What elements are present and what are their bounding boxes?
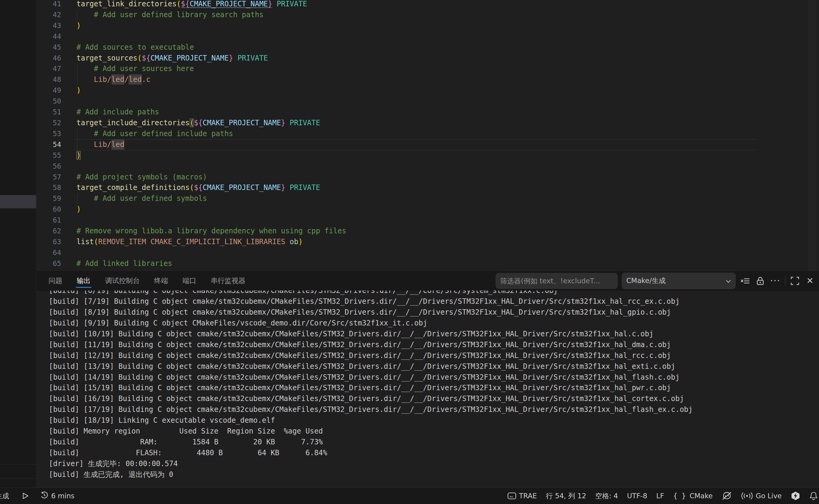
line-number[interactable]: 45 [36,42,61,53]
close-panel-icon[interactable]: ✕ [805,275,815,286]
code-line-52[interactable]: 52target_include_directories(${CMAKE_PRO… [36,118,819,129]
code-text[interactable]: # Add project symbols (macros) [76,172,207,183]
line-number[interactable]: 65 [36,258,61,269]
status-item-trae[interactable]: TRAE [507,492,537,500]
code-text[interactable]: ) [76,204,81,215]
code-text[interactable]: ) [76,20,81,31]
code-text[interactable]: Lib/led/led.c [76,74,151,85]
status-item-notifications[interactable] [809,491,818,500]
code-text[interactable]: target_include_directories(${CMAKE_PROJE… [76,118,320,129]
code-line-41[interactable]: 41target_link_directories(${CMAKE_PROJEC… [36,0,819,10]
line-number[interactable]: 61 [36,215,61,226]
line-number[interactable]: 63 [36,237,61,247]
line-number[interactable]: 49 [36,85,61,96]
code-text[interactable]: # Add user defined include paths [76,129,233,139]
line-number[interactable]: 54 [36,139,61,150]
status-item-language-mode[interactable]: { }CMake [673,492,713,500]
code-line-65[interactable]: 65# Add linked libraries [36,258,819,269]
lock-auto-scroll-icon[interactable] [755,275,766,286]
code-text[interactable]: target_sources(${CMAKE_PROJECT_NAME} PRI… [76,53,268,64]
code-line-58[interactable]: 58target_compile_definitions(${CMAKE_PRO… [36,182,819,193]
code-line-49[interactable]: 49) [36,85,819,96]
code-line-56[interactable]: 56 [36,161,819,172]
code-text[interactable]: target_compile_definitions(${CMAKE_PROJE… [76,182,320,193]
code-text[interactable]: list(REMOVE_ITEM CMAKE_C_IMPLICIT_LINK_L… [76,237,303,247]
line-number[interactable]: 57 [36,172,61,183]
code-text[interactable]: target_link_directories(${CMAKE_PROJECT_… [76,0,307,10]
code-text[interactable]: # Add user defined symbols [76,193,207,204]
code-text[interactable]: Lib/led [76,139,124,150]
line-number[interactable]: 52 [36,118,61,129]
panel-tab-problems[interactable]: 问题 [48,271,62,291]
code-editor[interactable]: 41target_link_directories(${CMAKE_PROJEC… [36,0,819,270]
status-item-indentation[interactable]: 空格: 4 [595,491,618,501]
panel-tab-terminal[interactable]: 终端 [154,271,168,291]
panel-tab-ports[interactable]: 端口 [182,271,196,291]
status-item-extension-badge[interactable] [791,491,800,501]
code-text[interactable]: ) [76,150,81,161]
status-item-eol[interactable]: LF [656,492,664,500]
maximize-panel-icon[interactable] [789,275,800,286]
code-line-54[interactable]: 54 Lib/led [36,139,819,150]
panel-tab-output[interactable]: 输出 [77,271,91,291]
output-view[interactable]: [build] [6/19] Building C object cmake/s… [36,291,819,486]
line-number[interactable]: 56 [36,161,61,172]
line-number[interactable]: 48 [36,74,61,85]
line-number[interactable]: 46 [36,53,61,64]
panel-tab-serial-monitor[interactable]: 串行监视器 [211,271,245,291]
clear-output-icon[interactable] [740,275,751,286]
code-line-63[interactable]: 63list(REMOVE_ITEM CMAKE_C_IMPLICIT_LINK… [36,237,819,247]
code-text[interactable]: # Add include paths [76,107,159,118]
code-line-45[interactable]: 45# Add sources to executable [36,42,819,53]
status-item-cursor-position[interactable]: 行 54, 列 12 [546,491,586,501]
line-number[interactable]: 55 [36,150,61,161]
line-number[interactable]: 53 [36,129,61,139]
code-text[interactable]: ) [76,85,81,96]
line-number[interactable]: 43 [36,20,61,31]
line-number[interactable]: 59 [36,193,61,204]
line-number[interactable]: 51 [36,107,61,118]
code-text[interactable]: # Add user sources here [76,64,194,74]
line-number[interactable]: 64 [36,247,61,258]
more-actions-icon[interactable]: ··· [770,275,781,286]
code-line-62[interactable]: 62# Remove wrong libob.a library depende… [36,226,819,237]
code-line-48[interactable]: 48 Lib/led/led.c [36,74,819,85]
line-number[interactable]: 47 [36,64,61,74]
code-line-53[interactable]: 53 # Add user defined include paths [36,129,819,139]
line-number[interactable]: 50 [36,96,61,107]
status-item-copilot-disabled[interactable] [722,491,732,500]
run-icon[interactable] [21,492,29,500]
code-line-42[interactable]: 42 # Add user defined library search pat… [36,10,819,20]
output-filter-input[interactable] [496,273,618,289]
status-item-go-live[interactable]: Go Live [741,492,782,500]
code-text[interactable]: # Remove wrong libob.a library dependenc… [76,226,346,237]
line-number[interactable]: 42 [36,10,61,20]
line-number[interactable]: 62 [36,226,61,237]
output-channel-select[interactable]: CMake/生成 [622,273,736,289]
scrollbar-thumb[interactable] [0,195,36,208]
code-line-59[interactable]: 59 # Add user defined symbols [36,193,819,204]
code-line-50[interactable]: 50 [36,96,819,107]
code-line-60[interactable]: 60) [36,204,819,215]
line-number[interactable]: 44 [36,31,61,42]
code-line-44[interactable]: 44 [36,31,819,42]
code-line-47[interactable]: 47 # Add user sources here [36,64,819,74]
code-line-61[interactable]: 61 [36,215,819,226]
minimap[interactable] [808,0,817,270]
line-number[interactable]: 58 [36,182,61,193]
line-number[interactable]: 41 [36,0,61,10]
code-text[interactable]: # Add user defined library search paths [76,10,263,20]
code-text[interactable]: # Add sources to executable [76,42,194,53]
code-line-43[interactable]: 43) [36,20,819,31]
line-number[interactable]: 60 [36,204,61,215]
code-line-55[interactable]: 55) [36,150,819,161]
build-button[interactable]: 生成 [0,491,9,501]
panel-tab-debug-console[interactable]: 调试控制台 [105,271,140,291]
code-line-51[interactable]: 51# Add include paths [36,107,819,118]
code-line-64[interactable]: 64 [36,247,819,258]
build-duration[interactable]: 6 mins [40,491,74,501]
code-text[interactable]: # Add linked libraries [76,258,172,269]
status-item-encoding[interactable]: UTF-8 [627,492,647,500]
code-line-57[interactable]: 57# Add project symbols (macros) [36,172,819,183]
code-line-46[interactable]: 46target_sources(${CMAKE_PROJECT_NAME} P… [36,53,819,64]
